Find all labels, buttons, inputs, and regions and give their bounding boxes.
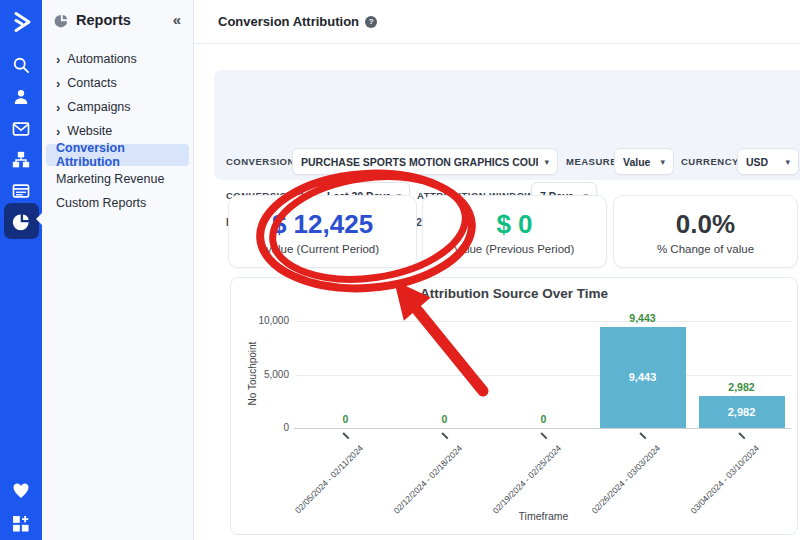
chevron-right-icon: › [56, 125, 60, 138]
chevron-down-icon: ▾ [660, 157, 665, 167]
currency-dropdown[interactable]: USD ▾ [737, 148, 799, 175]
chevron-down-icon: ▾ [544, 157, 549, 167]
sidebar-collapse-button[interactable]: « [173, 11, 181, 28]
sidebar-item-label: Conversion Attribution [56, 141, 189, 169]
sidebar-item-marketing-revenue[interactable]: Marketing Revenue [42, 167, 193, 191]
stat-card-current-period: $ 12,425 value (Current Period) [228, 195, 417, 268]
x-axis-line [294, 428, 791, 429]
stat-card-percent-change: 0.0% % Change of value [613, 195, 798, 268]
stat-value: $ 12,425 [272, 209, 373, 240]
x-tick-mark [441, 433, 448, 440]
search-icon[interactable] [11, 55, 31, 75]
measure-label: MEASURE [566, 156, 617, 167]
stat-label: value (Current Period) [266, 243, 379, 255]
app-window: Reports « ›Automations›Contacts›Campaign… [0, 0, 800, 540]
app-rail [0, 0, 42, 540]
bar-value-label: 9,443 [600, 312, 686, 324]
measure-dropdown[interactable]: Value ▾ [614, 148, 674, 175]
sidebar-header: Reports [54, 12, 131, 28]
contacts-icon[interactable] [11, 87, 31, 107]
apps-marketplace-icon[interactable] [11, 514, 31, 534]
gridline [296, 321, 791, 322]
bar-inner-label: 9,443 [600, 371, 686, 383]
reports-sidebar: Reports « ›Automations›Contacts›Campaign… [42, 0, 194, 540]
help-icon[interactable]: ? [365, 16, 377, 28]
x-tick-mark [639, 433, 646, 440]
sidebar-item-contacts[interactable]: ›Contacts [42, 71, 193, 95]
sidebar-item-list: ›Automations›Contacts›Campaigns›WebsiteC… [42, 47, 193, 215]
stat-label: value (Previous Period) [455, 243, 575, 255]
sidebar-item-label: Automations [67, 52, 136, 66]
sidebar-item-automations[interactable]: ›Automations [42, 47, 193, 71]
activecampaign-logo-icon[interactable] [9, 10, 33, 34]
conversion-dropdown[interactable]: PURCHASE SPORTS MOTION GRAPHICS COURSE ▾ [292, 148, 558, 175]
sidebar-item-label: Contacts [67, 76, 116, 90]
gridline [296, 375, 791, 376]
bar-value-label: 0 [501, 413, 587, 425]
sidebar-item-campaigns[interactable]: ›Campaigns [42, 95, 193, 119]
stat-value: 0.0% [676, 209, 735, 240]
x-tick-mark [342, 433, 349, 440]
y-tick-label: 5,000 [231, 369, 289, 380]
stat-value: $ 0 [496, 209, 532, 240]
chevron-right-icon: › [56, 77, 60, 90]
email-icon[interactable] [11, 119, 31, 139]
sidebar-item-conversion-attribution[interactable]: Conversion Attribution [46, 144, 189, 166]
sidebar-item-website[interactable]: ›Website [42, 119, 193, 143]
page-title: Conversion Attribution [218, 14, 359, 29]
panel-notch [29, 212, 43, 226]
chevron-down-icon: ▾ [785, 157, 790, 167]
currency-label: CURRENCY [681, 156, 739, 167]
campaigns-icon[interactable] [11, 181, 31, 201]
x-tick-mark [540, 433, 547, 440]
main-header: Conversion Attribution ? [194, 0, 800, 44]
automations-icon[interactable] [11, 150, 31, 170]
y-tick-label: 10,000 [231, 315, 289, 326]
conversion-label: CONVERSION [226, 156, 295, 167]
x-tick-mark [738, 433, 745, 440]
chevron-right-icon: › [56, 101, 60, 114]
stat-card-previous-period: $ 0 value (Previous Period) [422, 195, 607, 268]
reports-pie-icon-small [54, 13, 69, 28]
sidebar-item-label: Campaigns [67, 100, 130, 114]
bar-inner-label: 2,982 [699, 406, 785, 418]
chevron-right-icon: › [56, 53, 60, 66]
sidebar-item-custom-reports[interactable]: Custom Reports [42, 191, 193, 215]
stat-label: % Change of value [657, 243, 754, 255]
sidebar-title: Reports [76, 12, 131, 28]
sidebar-item-label: Custom Reports [56, 196, 146, 210]
bar-value-label: 0 [303, 413, 389, 425]
sidebar-item-label: Marketing Revenue [56, 172, 164, 186]
y-tick-label: 0 [231, 422, 289, 433]
x-axis-title: Timeframe [296, 510, 791, 522]
bar-value-label: 2,982 [699, 381, 785, 393]
attribution-chart-panel: Attribution Source Over Time No Touchpoi… [230, 277, 798, 535]
favorites-heart-icon[interactable] [11, 481, 31, 501]
chart-title: Attribution Source Over Time [231, 286, 797, 301]
bar-value-label: 0 [402, 413, 488, 425]
sidebar-item-label: Website [67, 124, 112, 138]
filter-panel: CONVERSION PURCHASE SPORTS MOTION GRAPHI… [214, 70, 800, 180]
